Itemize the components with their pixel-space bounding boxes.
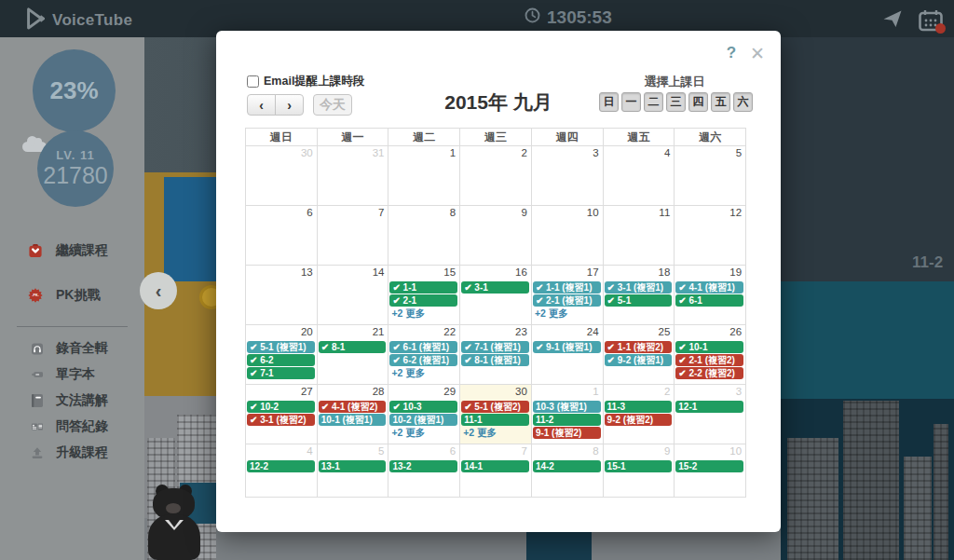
calendar-event[interactable]: 11-3: [605, 401, 673, 413]
calendar-event[interactable]: ✔ 7-1: [247, 367, 315, 379]
calendar-day-cell[interactable]: 28✔ 4-1 (複習2)10-1 (複習1): [318, 385, 389, 444]
email-reminder-checkbox[interactable]: [247, 75, 259, 88]
calendar-event[interactable]: ✔ 6-1: [675, 294, 743, 307]
calendar-day-cell[interactable]: 211-39-2 (複習2): [604, 385, 675, 444]
sidebar-collapse-button[interactable]: ‹: [140, 272, 177, 309]
calendar-day-cell[interactable]: 12: [675, 206, 746, 266]
day-button-fri[interactable]: 五: [711, 92, 730, 112]
close-icon[interactable]: ✕: [750, 45, 765, 62]
calendar-event[interactable]: 14-2: [533, 460, 601, 472]
day-button-sat[interactable]: 六: [733, 92, 753, 112]
calendar-event[interactable]: ✔ 3-1: [461, 281, 529, 294]
calendar-event[interactable]: 11-2: [533, 414, 601, 426]
calendar-event[interactable]: ✔ 9-2 (複習1): [605, 354, 673, 366]
calendar-event[interactable]: ✔ 10-1: [675, 341, 743, 353]
calendar-day-cell[interactable]: 915-1: [604, 444, 675, 498]
help-icon[interactable]: ?: [727, 44, 736, 62]
calendar-day-cell[interactable]: 11: [604, 206, 675, 266]
calendar-event[interactable]: ✔ 5-1: [605, 294, 673, 307]
calendar-day-cell[interactable]: 21✔ 8-1: [318, 325, 389, 385]
calendar-event[interactable]: 13-2: [389, 460, 457, 472]
calendar-event[interactable]: ✔ 10-2: [247, 401, 315, 413]
calendar-day-cell[interactable]: 27✔ 10-2✔ 3-1 (複習2): [246, 385, 318, 444]
sidebar-item-pk-challenge[interactable]: -PK- PK挑戰: [0, 273, 144, 318]
sidebar-item-wordbook[interactable]: 單字本: [0, 362, 144, 388]
calendar-day-cell[interactable]: 1015-2: [675, 444, 746, 498]
more-events-link[interactable]: +2 更多: [463, 427, 531, 440]
more-events-link[interactable]: +2 更多: [391, 427, 459, 440]
calendar-day-cell[interactable]: 2: [460, 146, 532, 206]
calendar-day-cell[interactable]: 30✔ 5-1 (複習2)11-1+2 更多: [460, 385, 532, 444]
sidebar-item-grammar[interactable]: 文法講解: [0, 388, 144, 414]
calendar-day-cell[interactable]: 31: [318, 146, 389, 206]
calendar-event[interactable]: ✔ 1-1 (複習1): [533, 281, 601, 294]
calendar-event[interactable]: ✔ 2-1 (複習1): [533, 294, 601, 307]
calendar-day-cell[interactable]: 17✔ 1-1 (複習1)✔ 2-1 (複習1)+2 更多: [532, 266, 604, 325]
calendar-day-cell[interactable]: 18✔ 3-1 (複習1)✔ 5-1: [604, 266, 675, 325]
calendar-day-cell[interactable]: 26✔ 10-1✔ 2-1 (複習2)✔ 2-2 (複習2): [675, 325, 746, 385]
calendar-day-cell[interactable]: 15✔ 1-1✔ 2-1+2 更多: [388, 266, 460, 325]
calendar-day-cell[interactable]: 9: [460, 206, 532, 266]
calendar-day-cell[interactable]: 16✔ 3-1: [460, 266, 532, 325]
calendar-event[interactable]: ✔ 3-1 (複習2): [247, 414, 315, 426]
calendar-day-cell[interactable]: 13: [246, 266, 318, 325]
calendar-day-cell[interactable]: 29✔ 10-310-2 (複習1)+2 更多: [388, 385, 460, 444]
calendar-icon[interactable]: [919, 9, 943, 32]
calendar-day-cell[interactable]: 6: [246, 206, 318, 266]
calendar-event[interactable]: ✔ 1-1: [389, 281, 457, 294]
calendar-event[interactable]: ✔ 6-1 (複習1): [389, 341, 457, 353]
calendar-event[interactable]: ✔ 9-1 (複習1): [533, 341, 601, 353]
day-button-thu[interactable]: 四: [688, 92, 708, 112]
sidebar-item-upgrade[interactable]: 升級課程: [0, 440, 144, 466]
sidebar-item-recordings[interactable]: 錄音全輯: [0, 335, 144, 362]
calendar-event[interactable]: ✔ 5-1 (複習2): [461, 401, 529, 413]
calendar-event[interactable]: ✔ 10-3: [389, 401, 457, 413]
calendar-event[interactable]: ✔ 4-1 (複習2): [319, 401, 387, 413]
calendar-day-cell[interactable]: 1: [388, 146, 460, 206]
calendar-day-cell[interactable]: 14: [318, 266, 389, 325]
calendar-day-cell[interactable]: 7: [318, 206, 389, 266]
calendar-event[interactable]: 10-1 (複習1): [319, 414, 387, 426]
calendar-day-cell[interactable]: 25✔ 1-1 (複習2)✔ 9-2 (複習1): [604, 325, 675, 385]
paper-plane-icon[interactable]: [881, 7, 904, 34]
calendar-event[interactable]: 12-2: [247, 460, 315, 472]
calendar-event[interactable]: 12-1: [675, 401, 743, 413]
calendar-event[interactable]: 9-1 (複習2): [533, 427, 601, 439]
calendar-event[interactable]: 15-2: [675, 460, 743, 472]
day-button-wed[interactable]: 三: [666, 92, 686, 112]
calendar-event[interactable]: ✔ 6-2 (複習1): [389, 354, 457, 366]
calendar-event[interactable]: ✔ 3-1 (複習1): [605, 281, 673, 294]
calendar-event[interactable]: 15-1: [605, 460, 673, 472]
calendar-day-cell[interactable]: 312-1: [675, 385, 746, 444]
calendar-day-cell[interactable]: 19✔ 4-1 (複習1)✔ 6-1: [675, 266, 746, 325]
calendar-day-cell[interactable]: 30: [246, 146, 318, 206]
day-button-tue[interactable]: 二: [644, 92, 663, 112]
calendar-day-cell[interactable]: 3: [532, 146, 604, 206]
calendar-event[interactable]: 10-3 (複習1): [533, 401, 601, 413]
calendar-event[interactable]: ✔ 2-2 (複習2): [675, 367, 743, 379]
calendar-day-cell[interactable]: 20✔ 5-1 (複習1)✔ 6-2✔ 7-1: [246, 325, 318, 385]
calendar-event[interactable]: ✔ 8-1: [319, 341, 387, 353]
calendar-event[interactable]: ✔ 2-1 (複習2): [675, 354, 743, 366]
calendar-event[interactable]: 13-1: [319, 460, 387, 472]
calendar-day-cell[interactable]: 8: [388, 206, 460, 266]
calendar-day-cell[interactable]: 4: [604, 146, 675, 206]
calendar-day-cell[interactable]: 10: [532, 206, 604, 266]
progress-circle[interactable]: 23%: [33, 49, 116, 132]
day-button-sun[interactable]: 日: [599, 92, 619, 112]
calendar-day-cell[interactable]: 22✔ 6-1 (複習1)✔ 6-2 (複習1)+2 更多: [388, 325, 460, 385]
sidebar-item-qa-records[interactable]: 問答紀錄: [0, 414, 144, 440]
more-events-link[interactable]: +2 更多: [391, 307, 459, 321]
calendar-day-cell[interactable]: 110-3 (複習1)11-29-1 (複習2): [532, 385, 604, 444]
calendar-day-cell[interactable]: 412-2: [246, 444, 318, 498]
calendar-day-cell[interactable]: 24✔ 9-1 (複習1): [532, 325, 604, 385]
calendar-event[interactable]: ✔ 4-1 (複習1): [675, 281, 743, 294]
level-circle[interactable]: LV. 11 21780: [37, 130, 114, 207]
voicetube-logo[interactable]: VoiceTube: [24, 7, 132, 34]
calendar-day-cell[interactable]: 5: [675, 146, 746, 206]
day-button-mon[interactable]: 一: [621, 92, 641, 112]
calendar-day-cell[interactable]: 23✔ 7-1 (複習1)✔ 8-1 (複習1): [460, 325, 532, 385]
calendar-event[interactable]: ✔ 2-1: [389, 294, 457, 307]
calendar-event[interactable]: ✔ 1-1 (複習2): [605, 341, 673, 353]
calendar-event[interactable]: ✔ 8-1 (複習1): [461, 354, 529, 366]
